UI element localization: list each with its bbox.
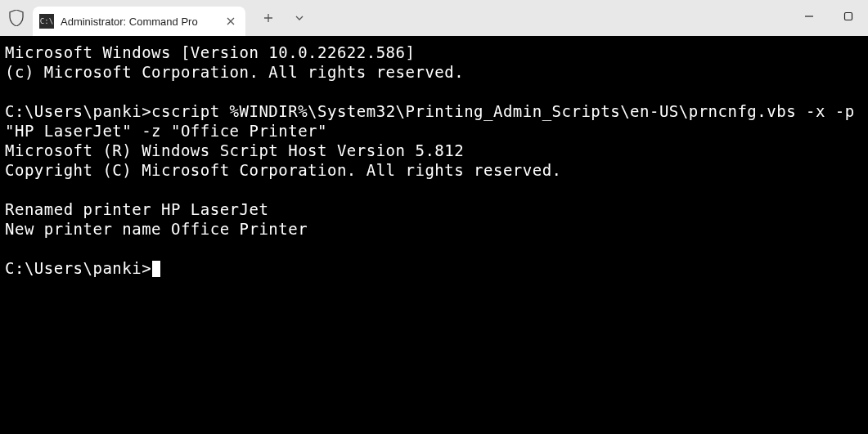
terminal-output[interactable]: Microsoft Windows [Version 10.0.22622.58… xyxy=(0,36,868,434)
terminal-line: Microsoft (R) Windows Script Host Versio… xyxy=(5,141,464,159)
titlebar: C:\ Administrator: Command Pro xyxy=(0,0,868,36)
terminal-line: Microsoft Windows [Version 10.0.22622.58… xyxy=(5,43,415,61)
tab-dropdown-button[interactable] xyxy=(286,6,313,30)
new-tab-button[interactable] xyxy=(255,6,281,30)
tab-actions xyxy=(255,6,313,30)
minimize-button[interactable] xyxy=(789,0,829,33)
cursor-icon xyxy=(152,261,160,277)
terminal-line: New printer name Office Printer xyxy=(5,220,308,238)
tab-close-button[interactable] xyxy=(224,15,237,28)
terminal-line: Copyright (C) Microsoft Corporation. All… xyxy=(5,161,562,179)
cmd-icon-text: C:\ xyxy=(40,17,53,25)
cmd-icon: C:\ xyxy=(39,14,54,29)
window-controls xyxy=(789,0,868,33)
tab-title: Administrator: Command Pro xyxy=(61,16,218,28)
shield-icon xyxy=(0,0,33,36)
terminal-prompt: C:\Users\panki> xyxy=(5,102,151,120)
terminal-line: Renamed printer HP LaserJet xyxy=(5,200,268,218)
svg-rect-0 xyxy=(845,13,852,20)
terminal-prompt: C:\Users\panki> xyxy=(5,259,151,277)
terminal-line: (c) Microsoft Corporation. All rights re… xyxy=(5,63,464,81)
tab-active[interactable]: C:\ Administrator: Command Pro xyxy=(33,7,245,36)
maximize-button[interactable] xyxy=(829,0,868,33)
